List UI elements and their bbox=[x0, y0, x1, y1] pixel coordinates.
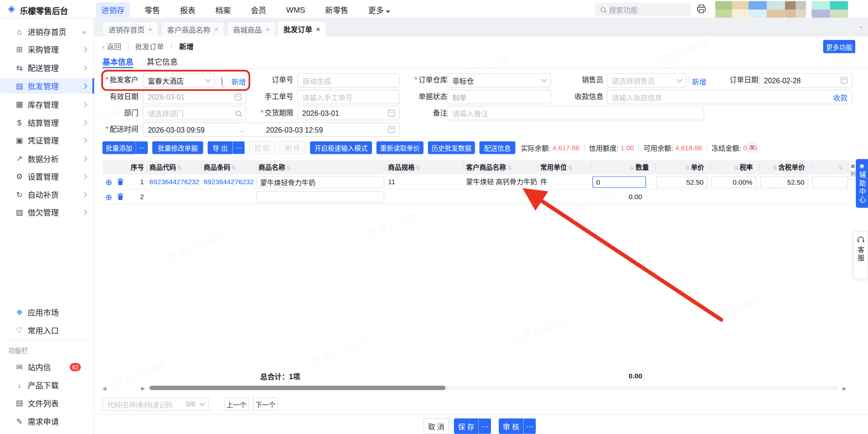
extra-cell-input[interactable] bbox=[812, 176, 847, 188]
warehouse-select[interactable]: 非标仓 bbox=[447, 73, 551, 88]
barcode-link[interactable]: 6923644276232 bbox=[204, 175, 254, 190]
sidebar-item-app-market[interactable]: ❖ 应用市场 bbox=[0, 304, 94, 320]
collapse-sidebar-icon[interactable]: « bbox=[82, 28, 86, 36]
close-icon[interactable] bbox=[266, 25, 270, 33]
sidebar-item-wholesale[interactable]: ▤ 批发管理 bbox=[0, 78, 94, 94]
print-button[interactable]: 打 印 bbox=[249, 141, 275, 154]
payment-info-input[interactable]: 请输入收款信息 收款 bbox=[607, 90, 853, 104]
search-icon[interactable] bbox=[236, 110, 241, 115]
nav-item-retail[interactable]: 零售 bbox=[139, 2, 165, 18]
nav-item-reports[interactable]: 报表 bbox=[175, 2, 201, 18]
sidebar-item-analytics[interactable]: ↗ 数据分析 bbox=[0, 151, 94, 166]
user-avatar[interactable] bbox=[715, 1, 748, 18]
printer-icon[interactable] bbox=[696, 4, 706, 16]
customer-service-tab[interactable]: 客服 bbox=[853, 231, 868, 279]
assist-center-tab[interactable]: ▣ 辅助中心 bbox=[856, 159, 868, 208]
calendar-icon[interactable] bbox=[235, 94, 241, 100]
nav-item-members[interactable]: 会员 bbox=[245, 2, 272, 18]
next-item-button[interactable]: 下一个 bbox=[253, 397, 278, 410]
valid-date-input[interactable]: 2026-03-01 bbox=[143, 90, 246, 104]
sidebar-item-replenish[interactable]: ↻ 自动补货 bbox=[0, 187, 94, 202]
nav-item-archives[interactable]: 档案 bbox=[210, 2, 236, 18]
calendar-icon[interactable] bbox=[841, 77, 848, 84]
salesperson-select[interactable]: 请选择销售员 bbox=[607, 73, 686, 88]
product-name-input[interactable] bbox=[256, 191, 384, 203]
reload-price-button[interactable]: 重新读取单价 bbox=[377, 141, 424, 154]
sidebar-item-home[interactable]: ⌂ 进销存首页 « bbox=[0, 24, 94, 39]
sidebar-item-favorites[interactable]: ♡ 常用入口 bbox=[0, 323, 94, 338]
product-code-link[interactable]: 6923644276232 bbox=[150, 175, 200, 190]
scroll-right-icon[interactable]: ▶ bbox=[141, 386, 145, 391]
save-button[interactable]: 保 存 bbox=[454, 418, 478, 434]
h-scrollbar-thumb[interactable] bbox=[150, 386, 446, 390]
add-row-icon[interactable]: ⊕ bbox=[105, 175, 112, 190]
col-partial[interactable] bbox=[811, 160, 844, 175]
order-date-input[interactable]: 2026-02-28 bbox=[759, 73, 853, 88]
department-input[interactable]: 请选择部门 bbox=[143, 106, 246, 120]
save-more-icon[interactable]: ⋯ bbox=[478, 418, 491, 434]
audit-button[interactable]: 审 核 bbox=[499, 418, 523, 434]
add-salesperson-link[interactable]: 新增 bbox=[692, 76, 707, 87]
col-customer-product-name[interactable]: 客户商品名称 bbox=[466, 160, 512, 175]
tax-rate-input[interactable]: 0.00% bbox=[711, 176, 756, 188]
doc-status-input[interactable]: 制单 bbox=[447, 90, 551, 104]
batch-add-more-icon[interactable] bbox=[136, 141, 148, 154]
col-unit[interactable]: 常用单位 bbox=[540, 160, 573, 175]
col-product-code[interactable]: 商品代码 bbox=[150, 160, 182, 175]
user-avatar[interactable] bbox=[785, 1, 806, 18]
delete-row-icon[interactable] bbox=[117, 178, 124, 187]
tab-wholesale-order[interactable]: 批发订单 bbox=[277, 21, 326, 37]
scroll-right-icon[interactable]: ▶ bbox=[843, 386, 846, 391]
sidebar-item-debt[interactable]: ▧ 借欠管理 bbox=[0, 205, 94, 220]
sidebar-item-settlement[interactable]: $ 结算管理 bbox=[0, 114, 94, 130]
deadline-input[interactable]: 2026-03-01 bbox=[297, 106, 400, 120]
collect-payment-link[interactable]: 收款 bbox=[833, 92, 848, 102]
col-price[interactable]: 单价 bbox=[655, 160, 704, 175]
nav-item-more[interactable]: 更多 bbox=[363, 2, 396, 18]
sidebar-item-purchase[interactable]: ⊞ 采购管理 bbox=[0, 42, 94, 57]
close-icon[interactable] bbox=[148, 25, 152, 33]
export-more-icon[interactable] bbox=[232, 141, 245, 154]
delivery-time-range-input[interactable]: 2026-03-03 09:59 → 2026-03-03 12:59 bbox=[143, 123, 400, 137]
sidebar-item-distribution[interactable]: ⇆ 配送管理 bbox=[0, 60, 94, 75]
calendar-icon[interactable] bbox=[388, 126, 395, 133]
batch-edit-button[interactable]: 批量修改单据 bbox=[152, 141, 203, 154]
back-button[interactable]: 返回 bbox=[103, 41, 122, 52]
sidebar-item-files[interactable]: ▤ 文件列表 bbox=[0, 395, 94, 410]
export-button[interactable]: 导 出 bbox=[208, 141, 232, 154]
col-tax-rate[interactable]: 税率 bbox=[710, 160, 753, 175]
global-search-input[interactable]: 搜索功能 bbox=[595, 3, 691, 16]
user-avatar[interactable] bbox=[749, 1, 785, 18]
nav-item-inventory[interactable]: 进销存 bbox=[96, 2, 130, 18]
more-functions-button[interactable]: 更多功能 bbox=[823, 40, 855, 53]
qty-input[interactable]: 0 bbox=[592, 176, 646, 188]
remark-input[interactable]: 请输入备注 bbox=[447, 106, 704, 120]
row-height-settings-icon[interactable]: ≣ bbox=[747, 143, 757, 153]
col-spec[interactable]: 商品规格 bbox=[388, 160, 420, 175]
tab-customer-product-name[interactable]: 客户商品名称 bbox=[161, 22, 224, 37]
nav-item-wms[interactable]: WMS bbox=[281, 3, 311, 16]
history-data-button[interactable]: 历史批发数据 bbox=[428, 141, 475, 154]
sidebar-item-messages[interactable]: ✉ 站内信 62 bbox=[0, 359, 94, 374]
audit-more-icon[interactable]: ⋯ bbox=[523, 418, 536, 434]
sidebar-item-voucher[interactable]: ▣ 凭证管理 bbox=[0, 133, 94, 148]
scroll-left-icon[interactable]: ◀ bbox=[103, 386, 106, 391]
tab-mall-product[interactable]: 商城商品 bbox=[227, 22, 276, 37]
sidebar-item-stock[interactable]: ▦ 库存管理 bbox=[0, 96, 94, 112]
nav-item-new-retail[interactable]: 新零售 bbox=[320, 2, 354, 18]
calendar-icon[interactable] bbox=[388, 110, 395, 116]
col-tax-price[interactable]: 含税单价 bbox=[759, 160, 805, 175]
add-row-icon[interactable]: ⊕ bbox=[105, 190, 112, 205]
price-input[interactable]: 52.50 bbox=[656, 176, 708, 188]
close-icon[interactable] bbox=[214, 25, 218, 33]
chevron-down-icon[interactable] bbox=[199, 401, 205, 406]
customer-search-icon[interactable] bbox=[222, 76, 222, 86]
tax-price-input[interactable]: 52.50 bbox=[760, 176, 808, 188]
cancel-button[interactable]: 取 消 bbox=[424, 418, 449, 434]
quick-locate-input[interactable]: 代码|名称|条码|速记码 0/0 bbox=[103, 397, 209, 410]
sidebar-item-downloads[interactable]: ↓ 产品下载 bbox=[0, 377, 94, 393]
manual-no-input[interactable]: 请输入手工单号 bbox=[297, 90, 400, 104]
close-icon[interactable] bbox=[316, 25, 320, 33]
customer-select[interactable]: 富春大酒店 bbox=[143, 73, 215, 88]
delivery-info-button[interactable]: 配送信息 bbox=[479, 141, 515, 154]
